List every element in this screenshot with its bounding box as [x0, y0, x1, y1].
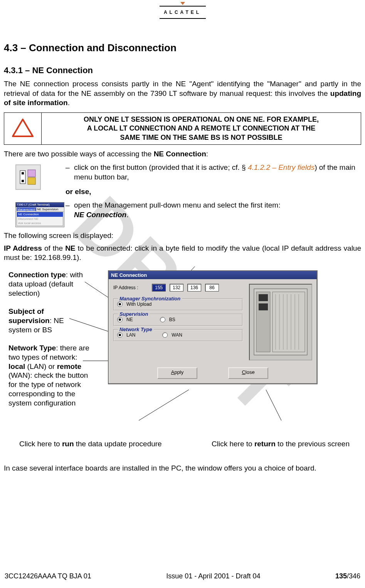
footer-issue: Issue 01 - April 2001 - Draft 04 [166, 572, 260, 580]
ip-address-label: IP Address : [113, 285, 148, 290]
closing-paragraph: In case several interface boards are ins… [4, 464, 361, 473]
screen-displayed-text: The following screen is displayed: [4, 231, 361, 241]
thumb-menu-management: Management [17, 208, 36, 211]
group-legend-network: Network Type [118, 327, 154, 332]
option-1-text: click on the first button (provided that… [74, 163, 361, 182]
warning-line-3: SAME TIME ON THE SAME BS IS NOT POSSIBLE [45, 133, 357, 142]
callout-close: Click here to return to the previous scr… [212, 440, 353, 448]
callout-apply: Click here to run the data update proced… [12, 440, 162, 448]
footer-doc-id: 3CC12426AAAA TQ BJA 01 [5, 572, 91, 580]
option-2-text: open the Management pull-down menu and s… [74, 201, 280, 219]
toolbar-button-icon [15, 164, 41, 190]
warning-line-2: A LOCAL LT CONNECTION AND A REMOTE LT CO… [45, 124, 357, 133]
radio-ne[interactable] [117, 317, 123, 322]
radio-bs-label: BS [169, 317, 175, 322]
svg-rect-17 [272, 292, 305, 352]
radio-bs[interactable] [160, 317, 165, 322]
svg-line-11 [139, 390, 189, 420]
ip-byte-2[interactable]: 132 [170, 284, 183, 291]
footer-page: 135/346 [335, 572, 360, 580]
cross-reference-link: 4.1.2.2 – Entry fields [248, 163, 315, 171]
svg-rect-3 [22, 180, 24, 182]
radio-ne-label: NE [126, 317, 133, 322]
ip-byte-4[interactable]: 86 [205, 284, 219, 291]
subsection-heading: 4.3.1 – NE Connection [4, 65, 361, 75]
page-footer: 3CC12426AAAA TQ BJA 01 Issue 01 - April … [0, 572, 365, 580]
svg-rect-4 [28, 170, 35, 177]
group-legend-sync: Manager Synchronization [118, 296, 182, 302]
svg-rect-16 [259, 303, 268, 310]
apply-button[interactable]: Apply [157, 367, 197, 379]
warning-line-1: ONLY ONE LT SESSION IS OPERATIONAL ON ON… [45, 115, 357, 124]
or-else-label: or else, [66, 187, 361, 197]
radio-wan-label: WAN [172, 332, 182, 338]
section-heading: 4.3 – Connection and Disconnection [4, 42, 361, 54]
window-titlebar: NE Connection [109, 271, 317, 279]
warning-box: ONLY ONE LT SESSION IS OPERATIONAL ON ON… [4, 112, 361, 145]
brand-logo: ALCATEL [0, 4, 365, 23]
intro-paragraph: The NE connection process consists partl… [4, 79, 361, 108]
callout-connection-type: Connection type: with data upload (defau… [8, 270, 97, 298]
close-button[interactable]: Close [228, 367, 268, 379]
thumb-menu-supervision: NE Supervision [37, 208, 58, 211]
callout-supervision: Subject of supervision: NE system or BS [8, 307, 74, 334]
ip-byte-3[interactable]: 136 [187, 284, 201, 291]
brand-text: ALCATEL [160, 6, 206, 19]
svg-marker-0 [13, 119, 33, 136]
svg-line-12 [266, 390, 281, 420]
ne-connection-window: NE Connection IP Address : 155 132 136 8… [108, 270, 318, 384]
warning-triangle-icon [12, 119, 34, 139]
thumb-menu-item-3: Ask local access [17, 221, 63, 226]
radio-lan-label: LAN [126, 332, 135, 338]
callout-network-type: Network Type: there are two types of net… [8, 343, 89, 407]
radio-with-upload[interactable] [117, 302, 123, 307]
ip-address-instruction: IP Address of the NE to be connected: cl… [4, 244, 361, 263]
thumb-menu-item-2: Disconnect NE [17, 217, 63, 221]
thumb-titlebar: 7390 LT (Craft Terminal) [16, 203, 64, 207]
menu-screenshot-thumb: 7390 LT (Craft Terminal) Management NE S… [15, 202, 64, 227]
radio-lan[interactable] [117, 332, 123, 338]
radio-with-upload-label: With Upload [126, 302, 151, 307]
group-legend-supervision: Supervision [118, 311, 150, 317]
thumb-menu-item-1: NE Connection [17, 212, 63, 217]
ip-byte-1[interactable]: 155 [152, 284, 166, 291]
radio-wan[interactable] [162, 332, 168, 338]
svg-rect-2 [22, 172, 24, 174]
svg-rect-5 [28, 178, 35, 184]
svg-rect-15 [259, 294, 268, 301]
equipment-illustration [249, 284, 312, 360]
access-intro: There are two possible ways of accessing… [4, 149, 361, 159]
